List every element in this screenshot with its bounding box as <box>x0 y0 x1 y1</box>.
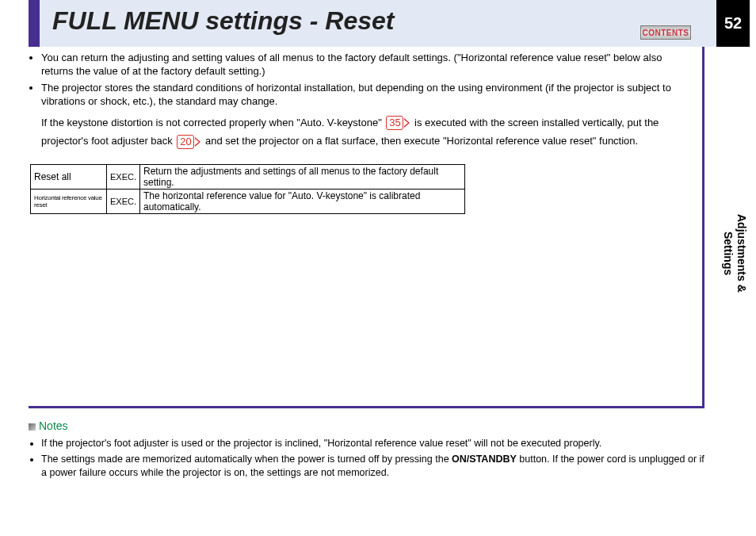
text: and set the projector on a flat surface,… <box>205 135 638 147</box>
list-item: The settings made are memorized automati… <box>41 453 710 480</box>
cell-desc: The horizontal reference value for "Auto… <box>140 190 465 214</box>
text: If the projector's foot adjuster is used… <box>41 438 601 449</box>
page-ref-link[interactable]: 20 <box>177 135 200 149</box>
cell-desc: Return the adjustments and settings of a… <box>140 165 465 190</box>
reset-settings-table: Reset all EXEC. Return the adjustments a… <box>30 164 465 214</box>
page-header: FULL MENU settings - Reset CONTENTS 52 <box>29 0 750 47</box>
notes-block: Notes If the projector's foot adjuster i… <box>29 419 710 480</box>
list-item: The projector stores the standard condit… <box>41 82 702 109</box>
page-number: 52 <box>716 0 750 47</box>
cell-name: Reset all <box>31 165 107 190</box>
notes-heading-text: Notes <box>39 419 68 432</box>
bold-text: ON/STANDBY <box>452 454 517 465</box>
cell-exec: EXEC. <box>107 190 140 214</box>
list-item: If the projector's foot adjuster is used… <box>41 437 710 450</box>
list-item: You can return the adjusting and setting… <box>41 52 702 78</box>
notes-list: If the projector's foot adjuster is used… <box>29 437 710 480</box>
arrow-right-icon <box>404 118 410 128</box>
table-row: Horizontal reference value reset EXEC. T… <box>31 190 465 214</box>
contents-button[interactable]: CONTENTS <box>640 25 691 40</box>
intro-bullet-list: You can return the adjusting and setting… <box>29 52 702 109</box>
page-title: FULL MENU settings - Reset <box>52 6 394 36</box>
section-tab-label: Adjustments &Settings <box>721 214 748 293</box>
table-row: Reset all EXEC. Return the adjustments a… <box>31 165 465 190</box>
square-bullet-icon <box>29 423 36 431</box>
cell-exec: EXEC. <box>107 165 140 190</box>
main-content: You can return the adjusting and setting… <box>29 47 704 408</box>
text: If the keystone distortion is not correc… <box>41 117 384 128</box>
page-ref-number: 20 <box>177 135 194 149</box>
header-accent-bar <box>29 0 40 47</box>
arrow-right-icon <box>195 137 200 147</box>
page-ref-link[interactable]: 35 <box>386 116 410 130</box>
notes-heading: Notes <box>29 419 710 432</box>
cell-name: Horizontal reference value reset <box>31 190 107 214</box>
page-ref-number: 35 <box>386 116 403 130</box>
text: The settings made are memorized automati… <box>41 454 452 465</box>
keystone-paragraph: If the keystone distortion is not correc… <box>41 113 702 151</box>
